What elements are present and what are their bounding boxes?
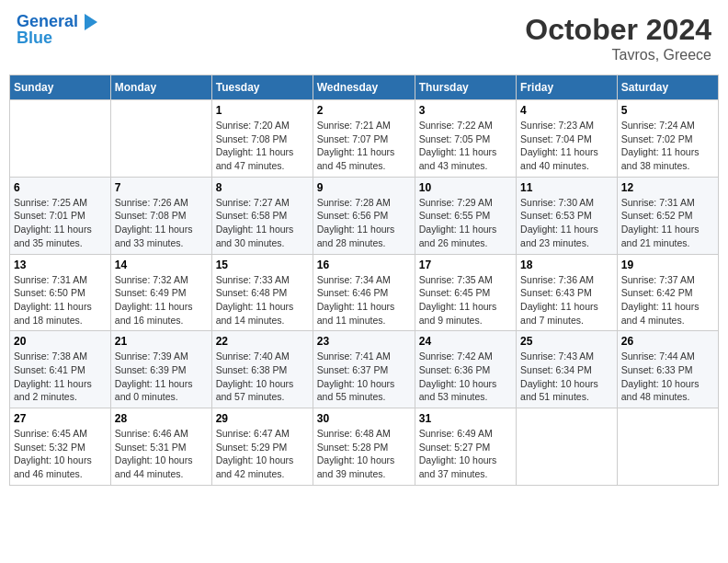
header-day-thursday: Thursday bbox=[415, 75, 516, 100]
calendar-cell: 24Sunrise: 7:42 AMSunset: 6:36 PMDayligh… bbox=[415, 331, 516, 408]
day-info: Sunrise: 7:40 AMSunset: 6:38 PMDaylight:… bbox=[216, 350, 309, 404]
calendar-cell: 16Sunrise: 7:34 AMSunset: 6:46 PMDayligh… bbox=[313, 254, 415, 331]
calendar-cell: 17Sunrise: 7:35 AMSunset: 6:45 PMDayligh… bbox=[415, 254, 516, 331]
day-info: Sunrise: 7:28 AMSunset: 6:56 PMDaylight:… bbox=[317, 196, 411, 250]
logo: General Blue bbox=[17, 13, 97, 48]
day-info: Sunrise: 7:38 AMSunset: 6:41 PMDaylight:… bbox=[14, 350, 107, 404]
logo-general: General bbox=[17, 12, 78, 30]
calendar-cell: 15Sunrise: 7:33 AMSunset: 6:48 PMDayligh… bbox=[211, 254, 313, 331]
day-info: Sunrise: 7:39 AMSunset: 6:39 PMDaylight:… bbox=[115, 350, 208, 404]
calendar-table: SundayMondayTuesdayWednesdayThursdayFrid… bbox=[9, 75, 719, 486]
day-number: 9 bbox=[317, 181, 411, 194]
day-info: Sunrise: 7:35 AMSunset: 6:45 PMDaylight:… bbox=[419, 273, 512, 327]
day-info: Sunrise: 7:42 AMSunset: 6:36 PMDaylight:… bbox=[419, 350, 512, 404]
day-number: 10 bbox=[419, 181, 512, 194]
day-number: 5 bbox=[621, 104, 714, 117]
calendar-cell: 19Sunrise: 7:37 AMSunset: 6:42 PMDayligh… bbox=[617, 254, 718, 331]
day-info: Sunrise: 7:26 AMSunset: 7:08 PMDaylight:… bbox=[115, 196, 208, 250]
day-info: Sunrise: 7:44 AMSunset: 6:33 PMDaylight:… bbox=[621, 350, 714, 404]
calendar-body: 1Sunrise: 7:20 AMSunset: 7:08 PMDaylight… bbox=[10, 100, 719, 486]
calendar-cell bbox=[110, 100, 211, 178]
day-number: 19 bbox=[621, 259, 714, 271]
header-day-wednesday: Wednesday bbox=[313, 75, 415, 100]
calendar-cell: 6Sunrise: 7:25 AMSunset: 7:01 PMDaylight… bbox=[10, 177, 111, 254]
day-number: 25 bbox=[520, 335, 613, 348]
header-day-monday: Monday bbox=[110, 75, 211, 100]
day-info: Sunrise: 6:46 AMSunset: 5:31 PMDaylight:… bbox=[115, 427, 208, 481]
day-info: Sunrise: 7:25 AMSunset: 7:01 PMDaylight:… bbox=[14, 196, 107, 250]
day-info: Sunrise: 7:34 AMSunset: 6:46 PMDaylight:… bbox=[317, 273, 411, 327]
calendar-cell: 22Sunrise: 7:40 AMSunset: 6:38 PMDayligh… bbox=[211, 331, 313, 408]
calendar-cell: 31Sunrise: 6:49 AMSunset: 5:27 PMDayligh… bbox=[415, 408, 516, 486]
day-info: Sunrise: 6:47 AMSunset: 5:29 PMDaylight:… bbox=[216, 427, 309, 481]
calendar-cell: 1Sunrise: 7:20 AMSunset: 7:08 PMDaylight… bbox=[211, 100, 313, 178]
day-info: Sunrise: 7:32 AMSunset: 6:49 PMDaylight:… bbox=[115, 273, 208, 327]
day-number: 23 bbox=[317, 335, 411, 348]
header-row: SundayMondayTuesdayWednesdayThursdayFrid… bbox=[10, 75, 719, 100]
day-info: Sunrise: 7:36 AMSunset: 6:43 PMDaylight:… bbox=[520, 273, 613, 327]
day-number: 24 bbox=[419, 335, 512, 348]
day-info: Sunrise: 7:33 AMSunset: 6:48 PMDaylight:… bbox=[216, 273, 309, 327]
day-info: Sunrise: 7:24 AMSunset: 7:02 PMDaylight:… bbox=[621, 119, 714, 173]
day-number: 11 bbox=[520, 181, 613, 194]
day-info: Sunrise: 7:31 AMSunset: 6:50 PMDaylight:… bbox=[14, 273, 107, 327]
day-info: Sunrise: 7:43 AMSunset: 6:34 PMDaylight:… bbox=[520, 350, 613, 404]
day-number: 18 bbox=[520, 259, 613, 271]
day-info: Sunrise: 7:22 AMSunset: 7:05 PMDaylight:… bbox=[419, 119, 512, 173]
calendar-cell: 20Sunrise: 7:38 AMSunset: 6:41 PMDayligh… bbox=[10, 331, 111, 408]
day-info: Sunrise: 7:31 AMSunset: 6:52 PMDaylight:… bbox=[621, 196, 714, 250]
day-number: 1 bbox=[216, 104, 309, 117]
calendar-cell: 3Sunrise: 7:22 AMSunset: 7:05 PMDaylight… bbox=[415, 100, 516, 178]
calendar-cell: 12Sunrise: 7:31 AMSunset: 6:52 PMDayligh… bbox=[617, 177, 718, 254]
day-number: 22 bbox=[216, 335, 309, 348]
header-day-sunday: Sunday bbox=[10, 75, 111, 100]
day-number: 31 bbox=[419, 412, 512, 425]
calendar-cell: 23Sunrise: 7:41 AMSunset: 6:37 PMDayligh… bbox=[313, 331, 415, 408]
day-number: 3 bbox=[419, 104, 512, 117]
calendar-cell: 14Sunrise: 7:32 AMSunset: 6:49 PMDayligh… bbox=[110, 254, 211, 331]
calendar-week-2: 6Sunrise: 7:25 AMSunset: 7:01 PMDaylight… bbox=[10, 177, 719, 254]
day-info: Sunrise: 7:21 AMSunset: 7:07 PMDaylight:… bbox=[317, 119, 411, 173]
calendar-cell bbox=[617, 408, 718, 486]
calendar-cell: 27Sunrise: 6:45 AMSunset: 5:32 PMDayligh… bbox=[10, 408, 111, 486]
calendar-cell: 8Sunrise: 7:27 AMSunset: 6:58 PMDaylight… bbox=[211, 177, 313, 254]
day-number: 29 bbox=[216, 412, 309, 425]
calendar-cell: 4Sunrise: 7:23 AMSunset: 7:04 PMDaylight… bbox=[517, 100, 618, 178]
day-number: 20 bbox=[14, 335, 107, 348]
day-number: 28 bbox=[115, 412, 208, 425]
day-number: 2 bbox=[317, 104, 411, 117]
page-header: General Blue October 2024 Tavros, Greece bbox=[9, 9, 719, 67]
calendar-cell: 11Sunrise: 7:30 AMSunset: 6:53 PMDayligh… bbox=[517, 177, 618, 254]
header-day-friday: Friday bbox=[517, 75, 618, 100]
day-number: 8 bbox=[216, 181, 309, 194]
calendar-cell: 21Sunrise: 7:39 AMSunset: 6:39 PMDayligh… bbox=[110, 331, 211, 408]
calendar-cell: 29Sunrise: 6:47 AMSunset: 5:29 PMDayligh… bbox=[211, 408, 313, 486]
day-info: Sunrise: 6:49 AMSunset: 5:27 PMDaylight:… bbox=[419, 427, 512, 481]
calendar-header: SundayMondayTuesdayWednesdayThursdayFrid… bbox=[10, 75, 719, 100]
day-number: 13 bbox=[14, 259, 107, 271]
day-info: Sunrise: 7:30 AMSunset: 6:53 PMDaylight:… bbox=[520, 196, 613, 250]
calendar-week-5: 27Sunrise: 6:45 AMSunset: 5:32 PMDayligh… bbox=[10, 408, 719, 486]
calendar-cell bbox=[10, 100, 111, 178]
day-info: Sunrise: 6:48 AMSunset: 5:28 PMDaylight:… bbox=[317, 427, 411, 481]
calendar-week-1: 1Sunrise: 7:20 AMSunset: 7:08 PMDaylight… bbox=[10, 100, 719, 178]
day-info: Sunrise: 7:27 AMSunset: 6:58 PMDaylight:… bbox=[216, 196, 309, 250]
calendar-cell: 28Sunrise: 6:46 AMSunset: 5:31 PMDayligh… bbox=[110, 408, 211, 486]
day-number: 4 bbox=[520, 104, 613, 117]
day-info: Sunrise: 7:20 AMSunset: 7:08 PMDaylight:… bbox=[216, 119, 309, 173]
location: Tavros, Greece bbox=[525, 47, 711, 63]
calendar-cell: 25Sunrise: 7:43 AMSunset: 6:34 PMDayligh… bbox=[517, 331, 618, 408]
calendar-cell bbox=[517, 408, 618, 486]
day-info: Sunrise: 7:29 AMSunset: 6:55 PMDaylight:… bbox=[419, 196, 512, 250]
day-number: 17 bbox=[419, 259, 512, 271]
day-info: Sunrise: 7:37 AMSunset: 6:42 PMDaylight:… bbox=[621, 273, 714, 327]
day-number: 30 bbox=[317, 412, 411, 425]
day-number: 6 bbox=[14, 181, 107, 194]
calendar-cell: 9Sunrise: 7:28 AMSunset: 6:56 PMDaylight… bbox=[313, 177, 415, 254]
calendar-cell: 10Sunrise: 7:29 AMSunset: 6:55 PMDayligh… bbox=[415, 177, 516, 254]
calendar-cell: 13Sunrise: 7:31 AMSunset: 6:50 PMDayligh… bbox=[10, 254, 111, 331]
day-number: 12 bbox=[621, 181, 714, 194]
month-title: October 2024 bbox=[525, 13, 711, 47]
day-info: Sunrise: 7:23 AMSunset: 7:04 PMDaylight:… bbox=[520, 119, 613, 173]
day-number: 14 bbox=[115, 259, 208, 271]
